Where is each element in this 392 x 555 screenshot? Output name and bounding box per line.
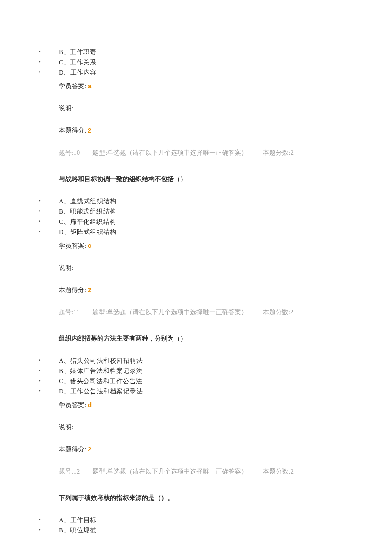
q11-type: 单选题（请在以下几个选项中选择唯一正确答案） (107, 309, 248, 315)
q11-option-d: D、工作公告法和档案记录法 (39, 386, 392, 396)
q10-student-answer-line: 学员答案: c (59, 240, 392, 251)
q11-score: 2 (88, 445, 91, 453)
q12-stem: 下列属于绩效考核的指标来源的是（）。 (59, 493, 392, 503)
q10-score-line: 本题得分: 2 (59, 285, 392, 295)
score-label: 本题得分: (59, 286, 86, 293)
option-text: B、职位规范 (59, 527, 96, 534)
type-prefix: 题型: (92, 149, 107, 156)
type-prefix: 题型: (92, 468, 107, 475)
qno-prefix: 题号: (59, 309, 73, 315)
q9-options-list: B、工作职责 C、工作关系 D、工作内容 (39, 47, 392, 78)
q9-score: 2 (88, 127, 91, 134)
q9-option-b: B、工作职责 (39, 47, 392, 57)
q10-option-d: D、矩阵式组织结构 (39, 227, 392, 237)
q11-student-answer-line: 学员答案: d (59, 400, 392, 410)
q10-explanation-label: 说明: (59, 263, 392, 273)
option-text: A、工作目标 (59, 517, 97, 523)
option-text: C、工作关系 (59, 59, 96, 66)
q10-pts: 2 (291, 149, 294, 156)
q10-type: 单选题（请在以下几个选项中选择唯一正确答案） (107, 149, 248, 156)
q10-score: 2 (88, 286, 91, 293)
q9-student-answer-line: 学员答案: a (59, 81, 392, 91)
type-prefix: 题型: (92, 309, 107, 315)
q11-options-list: A、猎头公司法和校园招聘法 B、媒体广告法和档案记录法 C、猎头公司法和工作公告… (39, 356, 392, 396)
qno-prefix: 题号: (59, 149, 73, 156)
q9-explanation-label: 说明: (59, 103, 392, 113)
q10-student-answer: c (88, 242, 91, 249)
score-label: 本题得分: (59, 446, 86, 453)
q12-pts: 2 (291, 468, 294, 475)
student-answer-label: 学员答案: (59, 402, 86, 408)
student-answer-label: 学员答案: (59, 83, 86, 90)
q11-student-answer: d (88, 401, 92, 408)
q11-option-c: C、猎头公司法和工作公告法 (39, 376, 392, 386)
pts-prefix: 本题分数: (263, 309, 290, 315)
option-text: C、猎头公司法和工作公告法 (59, 378, 143, 384)
q10-options-list: A、直线式组织结构 B、职能式组织结构 C、扁平化组织结构 D、矩阵式组织结构 (39, 196, 392, 237)
q10-qno: 10 (73, 149, 80, 156)
q11-meta-line: 题号:11题型:单选题（请在以下几个选项中选择唯一正确答案）本题分数:2 (59, 307, 392, 317)
option-text: B、职能式组织结构 (59, 208, 116, 215)
q12-option-a: A、工作目标 (39, 515, 392, 525)
q12-option-b: B、职位规范 (39, 525, 392, 535)
q10-stem: 与战略和目标协调一致的组织结构不包括（） (59, 174, 392, 184)
q12-qno: 12 (73, 468, 80, 475)
option-text: A、直线式组织结构 (59, 198, 116, 205)
q9-student-answer: a (88, 82, 91, 90)
option-text: B、媒体广告法和档案记录法 (59, 367, 143, 374)
student-answer-label: 学员答案: (59, 242, 86, 249)
qno-prefix: 题号: (59, 468, 73, 475)
document-body: B、工作职责 C、工作关系 D、工作内容 学员答案: a 说明: 本题得分: 2… (0, 47, 392, 535)
q11-score-line: 本题得分: 2 (59, 444, 392, 454)
option-text: B、工作职责 (59, 49, 96, 55)
q12-type: 单选题（请在以下几个选项中选择唯一正确答案） (107, 468, 248, 475)
pts-prefix: 本题分数: (263, 468, 290, 475)
q11-explanation-label: 说明: (59, 422, 392, 432)
option-text: A、猎头公司法和校园招聘法 (59, 357, 143, 364)
q10-option-b: B、职能式组织结构 (39, 206, 392, 217)
q9-option-d: D、工作内容 (39, 67, 392, 78)
q10-meta-line: 题号:10题型:单选题（请在以下几个选项中选择唯一正确答案）本题分数:2 (59, 147, 392, 158)
q10-option-a: A、直线式组织结构 (39, 196, 392, 206)
q11-pts: 2 (290, 309, 294, 315)
q12-options-list: A、工作目标 B、职位规范 (39, 515, 392, 535)
q11-stem: 组织内部招募的方法主要有两种，分别为（） (59, 333, 392, 344)
q11-option-b: B、媒体广告法和档案记录法 (39, 366, 392, 376)
option-text: D、工作公告法和档案记录法 (59, 388, 143, 395)
option-text: D、矩阵式组织结构 (59, 228, 116, 235)
option-text: D、工作内容 (59, 69, 97, 76)
pts-prefix: 本题分数: (263, 149, 290, 156)
q9-option-c: C、工作关系 (39, 57, 392, 67)
q11-option-a: A、猎头公司法和校园招聘法 (39, 356, 392, 366)
q11-qno: 11 (73, 309, 79, 315)
option-text: C、扁平化组织结构 (59, 218, 116, 225)
score-label: 本题得分: (59, 127, 86, 134)
q12-meta-line: 题号:12题型:单选题（请在以下几个选项中选择唯一正确答案）本题分数:2 (59, 466, 392, 477)
q9-score-line: 本题得分: 2 (59, 125, 392, 136)
q10-option-c: C、扁平化组织结构 (39, 217, 392, 227)
